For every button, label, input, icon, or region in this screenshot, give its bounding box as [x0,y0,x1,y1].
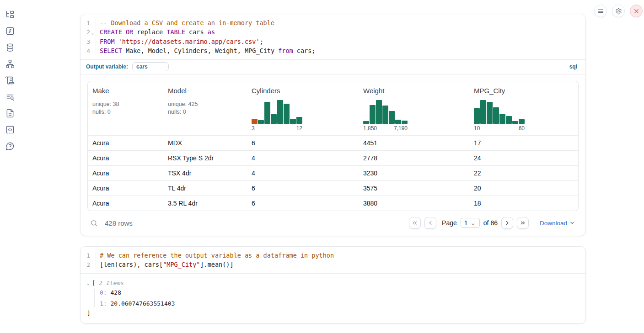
chevron-right-icon [504,220,510,226]
code-line[interactable]: 1# We can reference the output variable … [80,251,585,260]
table-cell: RSX Type S 2dr [163,151,247,165]
table-cell: 6 [247,181,359,196]
code-line[interactable]: 2⌄CREATE OR replace TABLE cars as [80,28,585,38]
histogram-bar [363,121,369,124]
tree-entries: 0: 4281: 20.060747663551403 [94,289,578,307]
column-header-make[interactable]: Makeunique: 38nulls: 0 [88,81,163,135]
code-text: # We can reference the output variable a… [96,251,334,260]
next-page-button[interactable] [501,217,513,229]
output-variable-label: Output variable: [86,63,128,70]
line-number: 2 [86,28,90,37]
column-histogram[interactable]: 312 [252,100,302,132]
previous-page-button[interactable] [424,217,436,229]
table-row[interactable]: AcuraTSX 4dr4323022 [88,165,578,180]
histogram-bar [284,104,290,124]
column-header-model[interactable]: Modelunique: 425nulls: 0 [163,81,247,135]
stat-line: unique: 38 [92,100,159,108]
sidebar-item-variables-function[interactable] [5,26,15,36]
table-cell: 4 [247,151,359,165]
entry-value: 428 [107,289,121,296]
python-cell: 1# We can reference the output variable … [80,246,586,324]
code-text: FROM 'https://datasets.marimo.app/cars.c… [96,37,263,47]
table-cell: Acura [88,151,163,165]
table-search-button[interactable] [90,219,98,227]
histogram-bar [296,117,302,124]
column-header-mpg_city[interactable]: MPG_City1060 [469,81,578,135]
sql-code-editor[interactable]: 1-- Download a CSV and create an in-memo… [80,14,585,59]
sidebar-item-datasources-database[interactable] [5,43,15,52]
table-row[interactable]: AcuraRSX Type S 2dr4277824 [88,150,578,165]
python-code-editor[interactable]: 1# We can reference the output variable … [80,247,585,273]
chevrons-left-icon [412,220,418,226]
table-row[interactable]: AcuraTL 4dr6357520 [88,180,578,196]
sidebar-item-logs-scroll[interactable] [5,76,15,85]
histogram-bar [519,119,525,124]
page-total: of 86 [483,219,498,227]
sidebar-item-snippets-code[interactable] [5,125,15,134]
last-page-button[interactable] [517,217,529,229]
column-header-weight[interactable]: Weight1,8507,190 [359,81,469,135]
column-header-cylinders[interactable]: Cylinders312 [247,81,359,135]
axis-label: 60 [519,125,525,132]
column-stats: unique: 425nulls: 0 [168,100,242,116]
table-row[interactable]: Acura3.5 RL 4dr6388018 [88,196,578,211]
line-number-gutter: 4 [80,47,96,56]
table-cell: MDX [163,136,247,150]
variables-function-icon [5,26,15,36]
table-cell: 6 [247,136,359,150]
histogram-bar [487,102,493,124]
logs-scroll-icon [5,76,15,85]
first-page-button[interactable] [409,217,421,229]
collapse-chevron-icon[interactable]: ⌄ [87,281,89,285]
histogram-bar [277,100,283,124]
table-cell: 3575 [359,181,469,196]
sidebar-item-help-chat[interactable] [5,142,15,151]
outline-search-icon [5,92,15,101]
histogram-bars [252,100,302,124]
code-line[interactable]: 1-- Download a CSV and create an in-memo… [80,19,585,28]
table-header: Makeunique: 38nulls: 0Modelunique: 425nu… [88,81,578,135]
page-label: Page [442,219,457,227]
menu-button[interactable] [594,5,607,17]
table-cell: TSX 4dr [163,166,247,180]
table-cell: 18 [469,196,578,211]
histogram-bar [252,119,258,124]
code-line[interactable]: 2[len(cars), cars["MPG_City"].mean()] [80,260,585,270]
fold-chevron-icon[interactable]: ⌄ [90,29,95,38]
items-count-label: 2 Items [99,280,124,286]
page-select[interactable]: 1 ⌄ [461,218,480,228]
gear-icon [615,8,622,15]
output-variable-input[interactable] [132,62,169,71]
histogram-axis-labels: 1060 [474,125,525,132]
sidebar-item-outline-search[interactable] [5,92,15,101]
code-line[interactable]: 4SELECT Make, Model, Cylinders, Weight, … [80,47,585,56]
download-label: Download [540,220,567,227]
histogram-bar [382,106,388,124]
histogram-bar [264,102,270,124]
histogram-bar [258,120,264,124]
column-name: Model [168,87,242,95]
entry-key: 1: [100,300,107,307]
close-button[interactable] [630,5,643,17]
download-button[interactable]: Download [540,220,575,227]
histogram-bar [506,116,512,124]
code-text: CREATE OR replace TABLE cars as [96,28,215,38]
table-row[interactable]: AcuraMDX6445117 [88,135,578,150]
sql-cell: 1-- Download a CSV and create an in-memo… [80,14,586,236]
sidebar-item-documentation-file[interactable] [5,109,15,118]
gear-button[interactable] [612,5,625,17]
code-line[interactable]: 3FROM 'https://datasets.marimo.app/cars.… [80,37,585,47]
datasources-database-icon [5,43,15,52]
column-histogram[interactable]: 1,8507,190 [363,100,408,132]
column-histogram[interactable]: 1060 [474,100,525,132]
column-name: Cylinders [252,87,354,95]
sidebar-item-file-explorer-tree[interactable] [5,10,15,19]
line-number-gutter: 2 [80,260,96,270]
histogram-bar [402,121,408,124]
table-cell: Acura [88,166,163,180]
row-count: 428 rows [105,219,133,227]
axis-label: 1,850 [363,125,377,132]
sidebar-item-dependency-graph[interactable] [5,59,15,69]
table-cell: 17 [469,136,578,150]
python-cell-output: ⌄ [ 2 Items 0: 4281: 20.060747663551403 … [80,273,585,323]
